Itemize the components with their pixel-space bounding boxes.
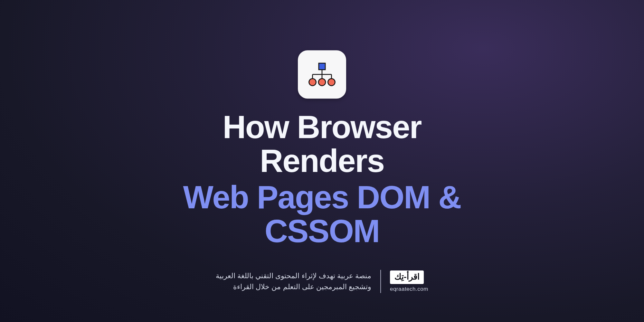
tagline-line-2: وتشجيع المبرمجين على التعلم من خلال القر… [216,281,371,292]
footer: منصة عربية تهدف لإثراء المحتوى التقني با… [216,270,428,293]
sitemap-tree-icon [307,60,337,89]
tagline: منصة عربية تهدف لإثراء المحتوى التقني با… [216,270,371,292]
svg-point-7 [318,79,326,86]
title-line-1: How Browser Renders [161,110,483,178]
tagline-line-1: منصة عربية تهدف لإثراء المحتوى التقني با… [216,270,371,281]
svg-point-6 [309,79,316,86]
icon-tile [298,50,346,99]
footer-divider [380,270,381,293]
brand-block: اقرأ-تِك eqraatech.com [390,270,428,292]
brand-url: eqraatech.com [390,286,428,292]
brand-badge: اقرأ-تِك [390,270,424,284]
hero-content: How Browser Renders Web Pages DOM & CSSO… [161,50,483,248]
svg-rect-5 [319,63,325,70]
title-line-2: Web Pages DOM & CSSOM [161,180,483,248]
svg-point-8 [328,79,335,86]
